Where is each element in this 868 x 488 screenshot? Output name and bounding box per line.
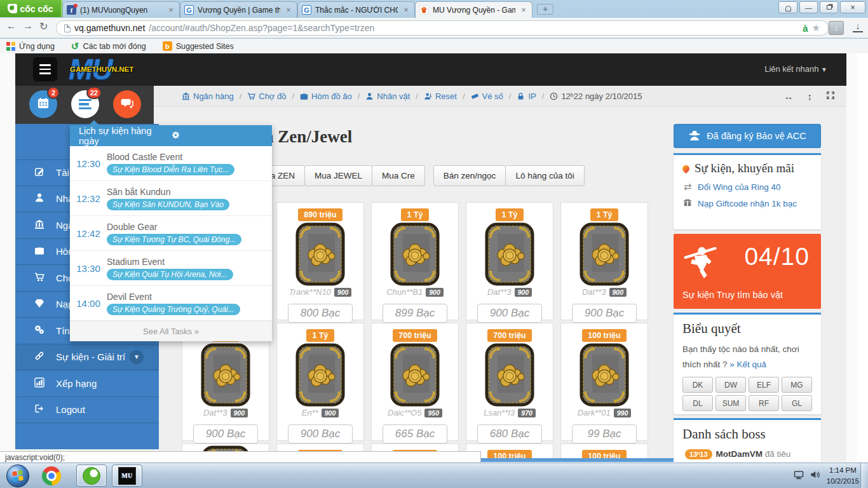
buy-price-button[interactable]: 665 Bạc xyxy=(383,424,447,444)
shop-tab[interactable]: Bán zen/ngọc xyxy=(433,165,506,186)
start-button[interactable] xyxy=(6,464,29,487)
shop-tab[interactable]: Mua Cre xyxy=(372,165,425,186)
horizontal-resize-icon[interactable]: ↔ xyxy=(784,91,794,102)
url-bar[interactable]: vq.gamethuvn.net/account/#auth/ShopZen.a… xyxy=(56,20,829,36)
buy-price-button[interactable]: 900 Bạc xyxy=(572,304,637,323)
flame-icon xyxy=(681,163,691,173)
breadcrumb-item[interactable]: Vé số xyxy=(471,92,503,101)
event-row[interactable]: 14:00Devil EventSự Kiện Quảng Trường Quỷ… xyxy=(70,286,272,321)
treasure-event-card[interactable]: 04/10 Sự kiện Truy tìm bảo vật xyxy=(674,234,821,309)
sidebar-item[interactable]: Xếp hạng xyxy=(15,370,159,397)
download-dropdown-button[interactable]: ↓ xyxy=(829,21,844,35)
sidebar-item[interactable]: Logout xyxy=(15,397,159,424)
chat-button[interactable] xyxy=(113,90,141,118)
shop-tab[interactable]: Lô hàng của tôi xyxy=(505,165,584,186)
diamond-icon xyxy=(34,298,44,310)
breadcrumb-item[interactable]: Ngân hàng xyxy=(182,92,234,101)
breadcrumb-item[interactable]: Chợ đồ xyxy=(247,92,286,101)
buy-price-button[interactable]: 800 Bạc xyxy=(288,304,353,323)
reload-button[interactable]: ↻ xyxy=(39,20,48,32)
event-row[interactable]: 12:42Double GearSự Kiện Tương Tự BC, Quá… xyxy=(70,216,272,251)
buy-price-button[interactable]: 899 Bạc xyxy=(383,304,447,323)
buy-price-button[interactable]: 900 Bạc xyxy=(477,304,542,323)
poll-option-button[interactable]: DK xyxy=(682,377,713,393)
coccoc-menu-button[interactable]: cốc cốc xyxy=(0,0,62,17)
sidebar-item[interactable]: Sự kiện - Giải trí▼ xyxy=(15,344,159,371)
poll-option-button[interactable]: MG xyxy=(782,377,812,393)
see-all-tasks-link[interactable]: See All Tasks » xyxy=(70,321,272,341)
breadcrumb-item[interactable]: Hòm đồ ảo xyxy=(300,92,352,101)
buy-price-button[interactable]: 99 Bạc xyxy=(572,424,637,444)
profile-button[interactable] xyxy=(778,1,797,13)
tab-close-icon[interactable]: × xyxy=(284,5,293,15)
coccoc-taskbar-button[interactable] xyxy=(76,464,107,487)
browser-tab[interactable]: f(1) MUVuongQuyen× xyxy=(62,1,180,18)
restore-button[interactable] xyxy=(820,1,838,13)
gear-icon[interactable] xyxy=(171,130,263,142)
poll-option-button[interactable]: SUM xyxy=(715,395,746,411)
spy-icon xyxy=(688,129,701,144)
gift-icon xyxy=(682,198,693,209)
breadcrumb-item[interactable]: IP xyxy=(517,92,536,101)
site-logo[interactable]: MU GAMETHUVN.NET xyxy=(69,53,145,86)
breadcrumb-item[interactable]: Reset xyxy=(424,92,457,101)
bookmark-star-icon[interactable]: ★ xyxy=(812,22,820,34)
task-list-button[interactable]: 22 xyxy=(71,90,99,118)
close-button[interactable]: × xyxy=(840,1,865,13)
promo-link[interactable]: ⇄Đổi Wing của Ring 40 xyxy=(682,181,812,193)
seller-name: Dat**3 xyxy=(203,408,227,417)
tray-clock[interactable]: 1:14 PM 10/2/2015 xyxy=(827,465,859,486)
poll-option-button[interactable]: RF xyxy=(749,395,779,411)
shop-tab[interactable]: Mua JEWEL xyxy=(304,165,372,186)
network-tray-icon[interactable] xyxy=(794,470,804,482)
minimize-button[interactable]: — xyxy=(799,1,818,13)
vertical-resize-icon[interactable]: ↕ xyxy=(808,91,813,102)
calendar-notifications-button[interactable]: 2 xyxy=(29,90,57,118)
show-desktop-button[interactable] xyxy=(860,463,868,488)
tab-close-icon[interactable]: × xyxy=(402,5,410,15)
vietnamese-ime-indicator[interactable]: à xyxy=(803,23,808,34)
tab-close-icon[interactable]: × xyxy=(166,5,175,15)
zen-coins-image xyxy=(277,222,363,287)
tab-close-icon[interactable]: × xyxy=(519,5,528,15)
zen-amount-badge: 1 Tỷ xyxy=(590,208,618,221)
poll-results-link[interactable]: » Kết quả xyxy=(729,360,766,369)
event-row[interactable]: 13:30Stadium EventSự Kiện Quái Tụ Hội Ar… xyxy=(70,251,272,286)
poll-option-button[interactable]: ELF xyxy=(749,377,779,393)
hamburger-menu-button[interactable] xyxy=(33,57,57,81)
right-sidebar: Đã đăng ký Bảo vệ ACC Sự kiện, khuyến mã… xyxy=(674,124,821,462)
download-icon[interactable]: ↓ xyxy=(853,21,863,32)
fullscreen-icon[interactable] xyxy=(826,91,835,102)
zen-amount-badge: 1 Tỷ xyxy=(306,329,334,342)
event-row[interactable]: 12:32Săn bắt KundunSự Kiện Săn KUNDUN, B… xyxy=(70,181,272,216)
browser-tab[interactable]: ♛MU Vương Quyền - Game× xyxy=(415,1,532,18)
poll-option-button[interactable]: DW xyxy=(715,377,746,393)
quick-links-menu[interactable]: Liên kết nhanh ▼ xyxy=(764,64,827,74)
page-icon xyxy=(64,24,71,32)
poll-option-button[interactable]: GL xyxy=(782,395,812,411)
promo-link[interactable]: Nạp Giftcode nhận 1k bạc xyxy=(682,198,812,209)
chrome-taskbar-icon[interactable] xyxy=(42,466,61,485)
back-button[interactable]: ← xyxy=(6,20,17,32)
bookmark-item[interactable]: ↺Các tab mới đóng xyxy=(71,41,146,52)
tab-strip: cốc cốc f(1) MUVuongQuyen×GVương Quyền |… xyxy=(0,0,868,18)
buy-price-button[interactable]: 680 Bạc xyxy=(477,424,542,444)
chevron-down-icon[interactable]: ▼ xyxy=(130,350,144,364)
seller-level-badge: 900 xyxy=(515,288,532,297)
buy-price-button[interactable]: 900 Bạc xyxy=(193,424,258,444)
poll-option-button[interactable]: DL xyxy=(682,395,713,411)
event-row[interactable]: 12:30Blood Castle EventSự Kiện Blood Diễ… xyxy=(70,146,272,181)
browser-tab[interactable]: GVương Quyền | Game thủ× xyxy=(180,1,297,18)
breadcrumb-item[interactable]: Nhân vật xyxy=(365,92,410,101)
mu-game-icon: MU xyxy=(118,467,136,485)
new-tab-button[interactable]: + xyxy=(537,4,553,15)
mu-game-taskbar-button[interactable]: MU xyxy=(112,464,142,487)
bookmark-item[interactable]: Ứng dụng xyxy=(6,42,55,51)
daily-events-panel: Lịch sự kiện hàng ngày 12:30Blood Castle… xyxy=(70,125,272,341)
buy-price-button[interactable]: 900 Bạc xyxy=(288,424,353,444)
bookmark-item[interactable]: bSuggested Sites xyxy=(163,41,234,51)
forward-button[interactable]: → xyxy=(23,20,33,32)
speaker-tray-icon[interactable] xyxy=(810,470,820,482)
account-protect-button[interactable]: Đã đăng ký Bảo vệ ACC xyxy=(674,124,821,148)
browser-tab[interactable]: GThắc mắc - NGƯỜI CHƠI M× xyxy=(297,1,415,18)
